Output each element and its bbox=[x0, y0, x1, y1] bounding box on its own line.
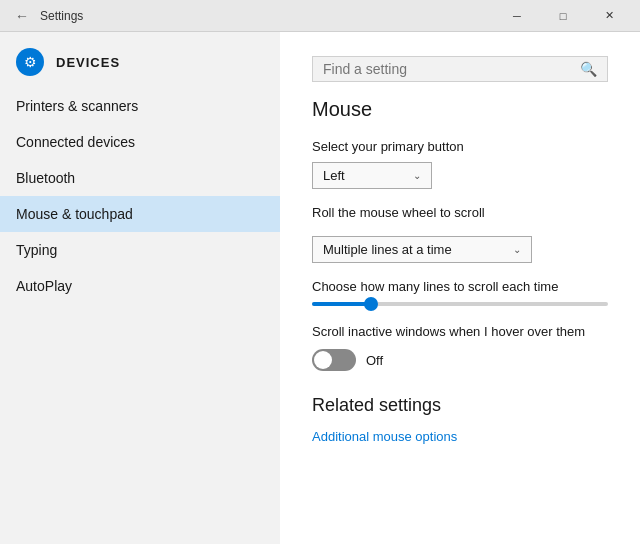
sidebar-item-typing[interactable]: Typing bbox=[0, 232, 280, 268]
toggle-knob bbox=[314, 351, 332, 369]
window-controls: ─ □ ✕ bbox=[494, 0, 632, 32]
search-icon: 🔍 bbox=[580, 61, 597, 77]
sidebar-header: ⚙ DEVICES bbox=[0, 32, 280, 88]
titlebar: ← Settings ─ □ ✕ bbox=[0, 0, 640, 32]
maximize-button[interactable]: □ bbox=[540, 0, 586, 32]
search-bar[interactable]: 🔍 bbox=[312, 56, 608, 82]
sidebar-heading: DEVICES bbox=[56, 55, 120, 70]
close-button[interactable]: ✕ bbox=[586, 0, 632, 32]
slider-fill bbox=[312, 302, 371, 306]
sidebar: ⚙ DEVICES Printers & scanners Connected … bbox=[0, 32, 280, 544]
primary-button-label: Select your primary button bbox=[312, 139, 608, 154]
primary-button-value: Left bbox=[323, 168, 345, 183]
sidebar-item-connected[interactable]: Connected devices bbox=[0, 124, 280, 160]
slider-thumb[interactable] bbox=[364, 297, 378, 311]
lines-label: Choose how many lines to scroll each tim… bbox=[312, 279, 608, 294]
chevron-down-icon: ⌄ bbox=[413, 170, 421, 181]
sidebar-item-autoplay[interactable]: AutoPlay bbox=[0, 268, 280, 304]
sidebar-item-bluetooth[interactable]: Bluetooth bbox=[0, 160, 280, 196]
primary-button-dropdown[interactable]: Left ⌄ bbox=[312, 162, 432, 189]
back-icon: ← bbox=[15, 8, 29, 24]
sidebar-item-mouse[interactable]: Mouse & touchpad bbox=[0, 196, 280, 232]
scroll-dropdown[interactable]: Multiple lines at a time ⌄ bbox=[312, 236, 532, 263]
scroll-chevron-icon: ⌄ bbox=[513, 244, 521, 255]
app-body: ⚙ DEVICES Printers & scanners Connected … bbox=[0, 32, 640, 544]
inactive-scroll-row: Off bbox=[312, 349, 608, 371]
minimize-button[interactable]: ─ bbox=[494, 0, 540, 32]
related-settings-title: Related settings bbox=[312, 395, 608, 416]
inactive-scroll-toggle[interactable] bbox=[312, 349, 356, 371]
titlebar-title: Settings bbox=[40, 9, 83, 23]
devices-icon: ⚙ bbox=[16, 48, 44, 76]
additional-mouse-options-link[interactable]: Additional mouse options bbox=[312, 429, 457, 444]
inactive-scroll-label: Scroll inactive windows when I hover ove… bbox=[312, 324, 608, 339]
search-input[interactable] bbox=[323, 61, 580, 77]
main-content: 🔍 Mouse Select your primary button Left … bbox=[280, 32, 640, 544]
scroll-value: Multiple lines at a time bbox=[323, 242, 452, 257]
page-title: Mouse bbox=[312, 98, 608, 121]
scroll-lines-slider[interactable] bbox=[312, 302, 608, 306]
back-button[interactable]: ← bbox=[8, 2, 36, 30]
sidebar-item-printers[interactable]: Printers & scanners bbox=[0, 88, 280, 124]
toggle-state-label: Off bbox=[366, 353, 383, 368]
scroll-label: Roll the mouse wheel to scroll bbox=[312, 205, 608, 220]
